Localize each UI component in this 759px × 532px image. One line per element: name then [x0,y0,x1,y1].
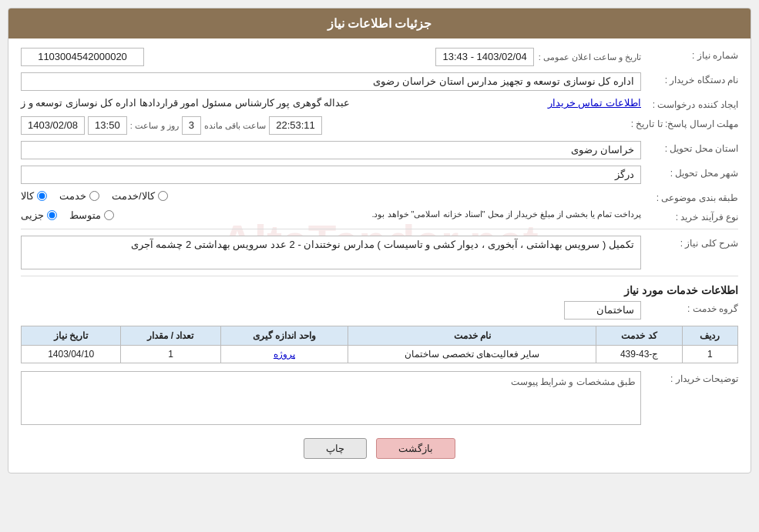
buyer-desc-textarea[interactable]: طبق مشخصات و شرایط پیوست [21,371,641,425]
cell-row: 1 [682,346,737,363]
deadline-time-label: ساعت : [130,121,158,131]
col-code: کد خدمت [596,326,682,346]
table-row: 1 ج-43-439 سایر فعالیت‌های تخصصی ساختمان… [22,346,738,363]
need-desc-value-wrapper: تکمیل ( سرویس بهداشتی ، آبخوری ، دیوار ک… [21,236,641,269]
creator-label: ایجاد کننده درخواست : [646,97,738,110]
buyer-desc-textarea-wrapper: طبق مشخصات و شرایط پیوست [21,371,641,427]
category-label: طبقه بندی موضوعی : [646,190,738,203]
services-section-title: اطلاعات خدمات مورد نیاز [21,284,738,296]
divider-2 [21,276,738,276]
service-group-label: گروه خدمت : [646,301,738,314]
divider-1 [21,229,738,229]
process-medium: متوسط [69,209,114,221]
need-number-value: 1103004542000020 [21,48,144,66]
category-radio-service[interactable] [89,191,99,201]
need-number-label: شماره نیاز : [646,48,738,61]
cell-name: سایر فعالیت‌های تخصصی ساختمان [348,346,596,363]
process-label: نوع فرآیند خرید : [646,209,738,223]
service-group-value: ساختمان [564,301,641,320]
deadline-value-wrapper: 22:53:11 ساعت باقی مانده 3 روز و ساعت : … [21,116,626,135]
deadline-remaining-label: ساعت باقی مانده [204,121,266,131]
process-value-wrapper: پرداخت تمام یا بخشی از مبلغ خریدار از مح… [21,209,641,221]
buyer-desc-label: توضیحات خریدار : [646,371,738,384]
cell-date: 1403/04/10 [22,346,121,363]
province-label: استان محل تحویل : [646,141,738,154]
buyer-org-label: نام دستگاه خریدار : [646,72,738,85]
process-options: متوسط جزیی [21,209,114,221]
deadline-label: مهلت ارسال پاسخ: تا تاریخ : [631,116,738,129]
cell-qty: 1 [121,346,220,363]
category-kala-label: کالا [21,190,34,202]
deadline-time: 13:50 [88,116,127,135]
need-number-row: شماره نیاز : تاریخ و ساعت اعلان عمومی : … [21,48,738,66]
category-kala-service: کالا/خدمت [112,190,168,202]
buyer-org-row: نام دستگاه خریدار : اداره کل نوسازی توسع… [21,72,738,91]
category-service: خدمت [59,190,99,202]
need-desc-value: تکمیل ( سرویس بهداشتی ، آبخوری ، دیوار ک… [21,236,641,269]
deadline-days: 3 [182,116,201,135]
col-name: نام خدمت [348,326,596,346]
announce-value: 1403/02/04 - 13:43 [435,48,533,66]
process-minor: جزیی [21,209,57,221]
back-button[interactable]: بازگشت [376,438,455,459]
process-medium-label: متوسط [69,209,101,221]
process-minor-label: جزیی [21,209,44,221]
creator-row: ایجاد کننده درخواست : اطلاعات تماس خریدا… [21,97,738,110]
deadline-day-label: روز و [161,121,179,131]
need-desc-row: شرح کلی نیاز : تکمیل ( سرویس بهداشتی ، آ… [21,236,738,269]
print-button[interactable]: چاپ [304,438,367,459]
deadline-date: 1403/02/08 [21,116,85,135]
process-radio-medium[interactable] [104,210,114,220]
province-value-wrapper: خراسان رضوی [21,141,641,159]
city-label: شهر محل تحویل : [646,166,738,179]
cell-unit[interactable]: پروژه [220,346,348,363]
button-row: بازگشت چاپ [21,438,738,459]
service-group-row: گروه خدمت : ساختمان [21,301,738,320]
creator-value-wrapper: اطلاعات تماس خریدار عبداله گوهری پور کار… [21,97,641,109]
need-desc-label: شرح کلی نیاز : [646,236,738,249]
category-kala-service-label: کالا/خدمت [112,190,155,202]
col-qty: تعداد / مقدار [121,326,220,346]
deadline-remaining-time: 22:53:11 [269,116,322,135]
creator-link[interactable]: اطلاعات تماس خریدار [548,97,641,109]
buyer-org-value-wrapper: اداره کل نوسازی توسعه و تجهیز مدارس استا… [21,72,641,91]
col-date: تاریخ نیاز [22,326,121,346]
category-radio-kala[interactable] [37,191,47,201]
announce-label: تاریخ و ساعت اعلان عمومی : [539,52,641,62]
buyer-org-value: اداره کل نوسازی توسعه و تجهیز مدارس استا… [21,72,641,91]
service-group-value-wrapper: ساختمان [21,301,641,320]
category-kala: کالا [21,190,47,202]
process-note: پرداخت تمام یا بخشی از مبلغ خریدار از مح… [371,209,641,219]
services-table: ردیف کد خدمت نام خدمت واحد اندازه گیری ت… [21,326,738,363]
buyer-desc-row: توضیحات خریدار : طبق مشخصات و شرایط پیوس… [21,371,738,427]
city-value-wrapper: درگز [21,166,641,184]
category-row: طبقه بندی موضوعی : کالا/خدمت خدمت کال [21,190,738,203]
category-radio-kala-service[interactable] [158,191,168,201]
cell-code: ج-43-439 [596,346,682,363]
process-radio-minor[interactable] [47,210,57,220]
col-unit: واحد اندازه گیری [220,326,348,346]
category-options: کالا/خدمت خدمت کالا [21,190,641,202]
city-row: شهر محل تحویل : درگز [21,166,738,184]
table-header-row: ردیف کد خدمت نام خدمت واحد اندازه گیری ت… [22,326,738,346]
city-value: درگز [21,166,641,184]
page-header: جزئیات اطلاعات نیاز [8,8,751,38]
creator-value: عبداله گوهری پور کارشناس مسئول امور قرار… [21,97,350,109]
province-value: خراسان رضوی [21,141,641,159]
category-service-label: خدمت [59,190,86,202]
province-row: استان محل تحویل : خراسان رضوی [21,141,738,159]
col-row: ردیف [682,326,737,346]
process-row: نوع فرآیند خرید : پرداخت تمام یا بخشی از… [21,209,738,223]
need-number-value-wrapper: تاریخ و ساعت اعلان عمومی : 1403/02/04 - … [21,48,641,66]
page-title: جزئیات اطلاعات نیاز [327,17,432,30]
deadline-row: مهلت ارسال پاسخ: تا تاریخ : 22:53:11 ساع… [21,116,738,135]
